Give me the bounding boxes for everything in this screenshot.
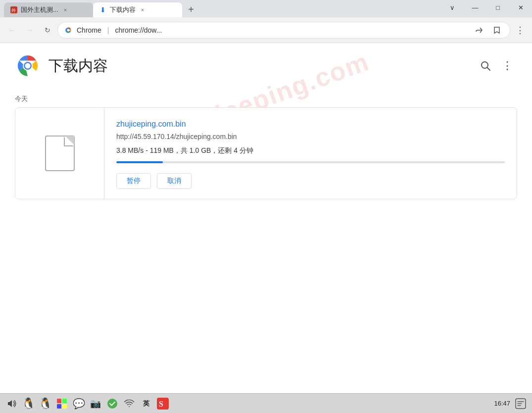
reload-button[interactable]: ↻: [40, 22, 55, 38]
section-today: 今天: [0, 89, 532, 107]
wifi-icon[interactable]: [123, 397, 136, 410]
svg-point-10: [25, 63, 31, 69]
chrome-icon: [64, 26, 73, 35]
svg-text:S: S: [159, 400, 163, 408]
cancel-button[interactable]: 取消: [157, 173, 192, 189]
svg-rect-12: [57, 399, 61, 403]
share-icon[interactable]: [472, 23, 486, 37]
page-header-icons: ⋮: [476, 56, 517, 76]
download-info: zhujiceping.com.bin http://45.59.170.14/…: [104, 108, 517, 199]
tab2-close[interactable]: ×: [139, 6, 146, 14]
camera-icon[interactable]: 📷: [89, 397, 102, 410]
notification-button[interactable]: [514, 397, 527, 410]
downloads-page: zhujiceping.com 下载内容: [0, 43, 532, 393]
language-indicator[interactable]: 英: [140, 397, 152, 410]
progress-bar-fill: [116, 161, 163, 163]
titlebar: 外 国外主机测... × ⬇ 下载内容 × + ∨ — □ ✕: [0, 0, 532, 17]
back-button[interactable]: ←: [4, 22, 20, 38]
forward-button[interactable]: →: [22, 22, 38, 38]
chrome-logo-large: [15, 53, 41, 79]
new-tab-button[interactable]: +: [184, 2, 198, 16]
tab1-label: 国外主机测...: [21, 5, 58, 14]
color-icon[interactable]: [55, 397, 68, 410]
wechat-icon[interactable]: 💬: [72, 397, 85, 410]
svg-text:外: 外: [11, 8, 16, 13]
check-icon[interactable]: [106, 397, 119, 410]
close-button[interactable]: ✕: [509, 0, 532, 15]
volume-icon[interactable]: [5, 397, 18, 410]
taskbar: 🐧 🐧 💬 📷 英 S: [0, 393, 532, 413]
window-controls: ∨ — □ ✕: [441, 0, 532, 17]
pause-button[interactable]: 暂停: [116, 173, 151, 189]
address-site-name: Chrome: [77, 26, 101, 34]
tab1-favicon: 外: [10, 6, 18, 14]
file-icon-area: [15, 108, 104, 199]
tab2-dl-icon: ⬇: [99, 6, 107, 14]
taskbar-time: 16:47: [494, 400, 510, 407]
chevron-button[interactable]: ∨: [441, 0, 464, 15]
download-actions: 暂停 取消: [116, 173, 505, 189]
browser-menu-button[interactable]: ⋮: [512, 22, 528, 38]
page-title: 下载内容: [48, 56, 108, 76]
address-separator: |: [107, 26, 109, 34]
svg-rect-13: [62, 399, 67, 403]
svg-point-16: [107, 399, 117, 409]
page-header: 下载内容 ⋮: [0, 43, 532, 89]
minimize-button[interactable]: —: [464, 0, 486, 15]
svg-rect-14: [57, 404, 61, 409]
svg-point-4: [67, 29, 70, 31]
file-icon: [45, 136, 75, 171]
address-bar[interactable]: Chrome | chrome://dow...: [57, 22, 510, 39]
tab-2[interactable]: ⬇ 下载内容 ×: [93, 2, 182, 17]
svg-rect-15: [62, 404, 67, 409]
search-button[interactable]: [476, 56, 495, 76]
tab-1[interactable]: 外 国外主机测... ×: [4, 2, 93, 17]
tab1-close[interactable]: ×: [61, 6, 69, 14]
download-progress-text: 3.8 MB/s - 119 MB，共 1.0 GB，还剩 4 分钟: [116, 146, 505, 155]
download-card: zhujiceping.com.bin http://45.59.170.14/…: [15, 107, 517, 199]
tab2-label: 下载内容: [110, 5, 136, 14]
bookmark-icon[interactable]: [490, 23, 504, 37]
address-url: chrome://dow...: [115, 26, 162, 34]
sogou-icon[interactable]: S: [156, 397, 169, 410]
qq-icon-2[interactable]: 🐧: [39, 397, 51, 410]
progress-bar-container: [116, 161, 505, 163]
maximize-button[interactable]: □: [486, 0, 509, 15]
browser-toolbar: ← → ↻ Chrome | chrome://dow...: [0, 17, 532, 43]
download-filename[interactable]: zhujiceping.com.bin: [116, 120, 505, 129]
page-more-button[interactable]: ⋮: [497, 56, 517, 76]
file-icon-fold: [65, 136, 74, 145]
download-url: http://45.59.170.14/zhujiceping.com.bin: [116, 133, 505, 140]
qq-icon-1[interactable]: 🐧: [22, 397, 35, 410]
